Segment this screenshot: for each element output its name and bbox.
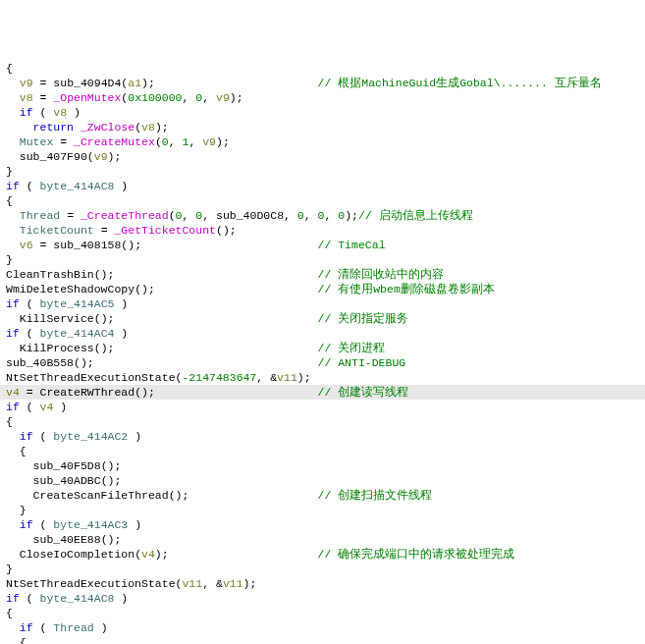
code-line[interactable]: CloseIoCompletion(v4); // 确保完成端口中的请求被处理完… (0, 547, 645, 562)
code-line[interactable]: } (0, 252, 645, 267)
local-variable: v4 (141, 548, 155, 561)
operator: = (33, 239, 54, 251)
comment: // 根据MachineGuid生成Gobal\....... 互斥量名 (318, 77, 602, 89)
local-variable: v9 (216, 91, 230, 104)
operator: ) (114, 180, 128, 192)
code-line[interactable]: TicketCount = _GetTicketCount(); (0, 223, 645, 238)
code-line[interactable]: CleanTrashBin(); // 清除回收站中的内容 (0, 267, 645, 282)
indent (6, 621, 20, 634)
padding (155, 386, 318, 399)
code-line[interactable]: v4 = CreateRWThread(); // 创建读写线程 (0, 385, 645, 400)
padding (188, 489, 317, 502)
local-variable: v8 (53, 106, 67, 119)
padding (155, 77, 318, 89)
bracket: ); (243, 577, 257, 590)
code-line[interactable]: { (0, 444, 645, 458)
global-variable: byte_414AC8 (40, 180, 115, 192)
code-line[interactable]: sub_40ADBC(); (0, 473, 645, 488)
indent (6, 489, 33, 502)
local-variable: v11 (277, 371, 297, 384)
code-line[interactable]: sub_40F5D8(); (0, 458, 645, 473)
bracket: (); (94, 268, 115, 281)
global-variable: TicketCount (20, 224, 94, 237)
operator: , (324, 209, 338, 222)
global-variable: Mutex (20, 135, 54, 148)
code-line[interactable]: { (0, 414, 645, 429)
code-line[interactable]: if ( byte_414AC8 ) (0, 179, 645, 193)
api-function-name: _CreateThread (81, 209, 169, 222)
indent (6, 533, 33, 546)
function-name: sub_407F90 (20, 150, 87, 163)
global-variable: byte_414AC8 (40, 592, 115, 605)
operator: ( (33, 518, 54, 531)
code-line[interactable]: if ( byte_414AC5 ) (0, 296, 645, 311)
bracket: { (6, 194, 13, 207)
function-name: WmiDeleteShadowCopy (6, 283, 134, 295)
code-line[interactable]: { (0, 635, 645, 644)
code-line[interactable]: CreateScanFileThread(); // 创建扫描文件线程 (0, 488, 645, 503)
operator: ) (128, 430, 141, 443)
code-line[interactable]: if ( v4 ) (0, 400, 645, 414)
api-function-name: _GetTicketCount (114, 224, 216, 237)
code-line[interactable]: if ( byte_414AC4 ) (0, 326, 645, 341)
bracket: ); (108, 150, 122, 163)
code-line[interactable]: { (0, 61, 645, 76)
code-line[interactable]: v6 = sub_408158(); // TimeCal (0, 238, 645, 252)
keyword: if (6, 401, 20, 413)
code-line[interactable]: WmiDeleteShadowCopy(); // 有使用wbem删除磁盘卷影副… (0, 282, 645, 296)
code-line[interactable]: v9 = sub_4094D4(a1); // 根据MachineGuid生成G… (0, 76, 645, 90)
keyword: if (6, 592, 20, 605)
code-line[interactable]: sub_407F90(v9); (0, 149, 645, 164)
bracket: ( (155, 135, 162, 148)
code-line[interactable]: if ( byte_414AC8 ) (0, 591, 645, 606)
keyword: if (20, 430, 33, 443)
code-line[interactable]: } (0, 503, 645, 517)
padding (114, 342, 317, 354)
indent (6, 459, 33, 472)
number-literal: 0 (162, 135, 169, 148)
operator: = (60, 209, 81, 222)
operator: ) (128, 518, 141, 531)
code-line[interactable]: NtSetThreadExecutionState(v11, &v11); (0, 576, 645, 591)
function-name: sub_40EE88 (33, 533, 101, 546)
code-line[interactable]: KillService(); // 关闭指定服务 (0, 311, 645, 326)
code-line[interactable]: sub_40B558(); // ANTI-DEBUG (0, 355, 645, 370)
operator: , & (202, 577, 223, 590)
code-line[interactable]: Mutex = _CreateMutex(0, 1, v9); (0, 134, 645, 149)
indent (6, 150, 20, 163)
global-variable: byte_414AC5 (40, 297, 115, 310)
code-line[interactable]: if ( byte_414AC3 ) (0, 517, 645, 532)
code-line[interactable]: } (0, 562, 645, 576)
operator: , (169, 135, 183, 148)
operator: ) (114, 327, 128, 340)
code-line[interactable]: if ( Thread ) (0, 620, 645, 635)
indent (6, 474, 33, 487)
local-variable: v9 (202, 135, 216, 148)
bracket: ( (134, 548, 141, 561)
code-line[interactable]: if ( v8 ) (0, 105, 645, 120)
api-function-name: _ZwClose (81, 121, 134, 134)
code-line[interactable]: sub_40EE88(); (0, 532, 645, 547)
operator: , (182, 209, 195, 222)
code-line[interactable]: if ( byte_414AC2 ) (0, 429, 645, 444)
code-line[interactable]: { (0, 606, 645, 620)
bracket: ); (297, 371, 311, 384)
code-line[interactable]: KillProcess(); // 关闭进程 (0, 341, 645, 355)
operator: ) (67, 106, 81, 119)
padding (114, 268, 317, 281)
bracket: ); (141, 77, 155, 89)
code-line[interactable]: Thread = _CreateThread(0, 0, sub_40D0C8,… (0, 208, 645, 223)
code-line[interactable]: v8 = _OpenMutex(0x100000, 0, v9); (0, 90, 645, 105)
function-name: CleanTrashBin (6, 268, 94, 281)
code-line[interactable]: } (0, 164, 645, 179)
bracket: (); (94, 342, 115, 354)
operator: ( (20, 401, 40, 413)
code-line[interactable]: { (0, 193, 645, 208)
padding (155, 283, 318, 295)
bracket: (); (94, 312, 115, 325)
decompiler-code-view[interactable]: { v9 = sub_4094D4(a1); // 根据MachineGuid生… (0, 61, 645, 644)
comment: // 创建读写线程 (318, 386, 409, 399)
operator: , (182, 91, 195, 104)
code-line[interactable]: NtSetThreadExecutionState(-2147483647, &… (0, 370, 645, 385)
code-line[interactable]: return _ZwClose(v8); (0, 120, 645, 134)
